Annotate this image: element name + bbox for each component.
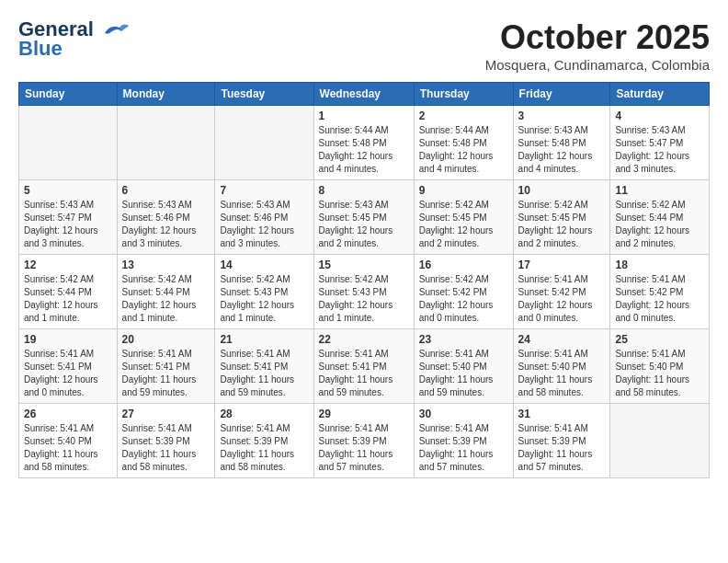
daylight: Daylight: 11 hours and 58 minutes. [122,449,197,472]
day-number: 3 [518,109,606,122]
calendar-cell: 30 Sunrise: 5:41 AM Sunset: 5:39 PM Dayl… [414,404,513,478]
calendar-cell: 29 Sunrise: 5:41 AM Sunset: 5:39 PM Dayl… [313,404,414,478]
day-info: Sunrise: 5:41 AM Sunset: 5:41 PM Dayligh… [122,348,210,399]
day-info: Sunrise: 5:42 AM Sunset: 5:42 PM Dayligh… [419,273,508,325]
sunrise: Sunrise: 5:42 AM [419,200,489,210]
sunset: Sunset: 5:44 PM [122,287,190,297]
day-info: Sunrise: 5:42 AM Sunset: 5:44 PM Dayligh… [122,273,210,325]
sunset: Sunset: 5:39 PM [518,436,586,446]
sunrise: Sunrise: 5:41 AM [319,349,389,359]
day-info: Sunrise: 5:41 AM Sunset: 5:39 PM Dayligh… [220,422,308,474]
logo-bird-icon [101,20,131,40]
day-info: Sunrise: 5:43 AM Sunset: 5:47 PM Dayligh… [615,124,704,176]
sunrise: Sunrise: 5:41 AM [615,349,685,359]
day-number: 22 [319,333,409,346]
calendar-cell: 14 Sunrise: 5:42 AM Sunset: 5:43 PM Dayl… [215,255,313,329]
calendar-week-3: 12 Sunrise: 5:42 AM Sunset: 5:44 PM Dayl… [19,255,710,329]
daylight: Daylight: 12 hours and 3 minutes. [24,225,98,248]
calendar-cell: 4 Sunrise: 5:43 AM Sunset: 5:47 PM Dayli… [610,106,710,180]
calendar-cell: 3 Sunrise: 5:43 AM Sunset: 5:48 PM Dayli… [513,106,610,180]
calendar-cell: 27 Sunrise: 5:41 AM Sunset: 5:39 PM Dayl… [117,404,215,478]
day-number: 13 [122,259,210,271]
day-number: 11 [615,184,704,197]
day-info: Sunrise: 5:41 AM Sunset: 5:39 PM Dayligh… [319,422,409,474]
sunset: Sunset: 5:45 PM [319,213,387,223]
sunset: Sunset: 5:41 PM [24,362,92,372]
sunrise: Sunrise: 5:43 AM [615,125,685,135]
sunset: Sunset: 5:40 PM [615,362,683,372]
day-number: 5 [24,184,112,197]
day-info: Sunrise: 5:41 AM Sunset: 5:42 PM Dayligh… [518,273,606,325]
day-info: Sunrise: 5:43 AM Sunset: 5:48 PM Dayligh… [518,124,606,176]
sunrise: Sunrise: 5:42 AM [122,274,192,284]
sunset: Sunset: 5:46 PM [220,213,288,223]
daylight: Daylight: 12 hours and 1 minute. [319,300,393,323]
day-number: 6 [122,184,210,197]
sunrise: Sunrise: 5:42 AM [518,200,588,210]
sunrise: Sunrise: 5:41 AM [122,349,192,359]
sunrise: Sunrise: 5:41 AM [220,349,290,359]
day-info: Sunrise: 5:42 AM Sunset: 5:43 PM Dayligh… [319,273,409,325]
daylight: Daylight: 12 hours and 3 minutes. [122,225,197,248]
day-number: 14 [220,259,308,271]
daylight: Daylight: 12 hours and 4 minutes. [319,151,393,174]
calendar-cell: 15 Sunrise: 5:42 AM Sunset: 5:43 PM Dayl… [313,255,414,329]
day-number: 24 [518,333,606,346]
calendar-week-1: 1 Sunrise: 5:44 AM Sunset: 5:48 PM Dayli… [19,106,710,180]
sunset: Sunset: 5:43 PM [220,287,288,297]
location: Mosquera, Cundinamarca, Colombia [485,57,710,73]
day-info: Sunrise: 5:43 AM Sunset: 5:46 PM Dayligh… [122,199,210,250]
calendar-cell: 1 Sunrise: 5:44 AM Sunset: 5:48 PM Dayli… [313,106,414,180]
day-info: Sunrise: 5:43 AM Sunset: 5:46 PM Dayligh… [220,199,308,250]
calendar-week-5: 26 Sunrise: 5:41 AM Sunset: 5:40 PM Dayl… [19,404,710,478]
day-number: 2 [419,109,508,122]
day-info: Sunrise: 5:41 AM Sunset: 5:40 PM Dayligh… [24,422,112,474]
sunrise: Sunrise: 5:42 AM [220,274,290,284]
month-title: October 2025 [485,18,710,57]
day-info: Sunrise: 5:42 AM Sunset: 5:44 PM Dayligh… [615,199,704,250]
sunset: Sunset: 5:48 PM [518,138,586,148]
day-info: Sunrise: 5:41 AM Sunset: 5:41 PM Dayligh… [24,348,112,399]
sunset: Sunset: 5:44 PM [615,213,683,223]
day-number: 18 [615,259,704,271]
day-number: 12 [24,259,112,271]
day-header-friday: Friday [513,83,610,106]
daylight: Daylight: 11 hours and 59 minutes. [419,374,494,397]
sunrise: Sunrise: 5:41 AM [220,423,290,433]
sunrise: Sunrise: 5:43 AM [518,125,588,135]
calendar-cell: 25 Sunrise: 5:41 AM Sunset: 5:40 PM Dayl… [610,329,710,404]
sunset: Sunset: 5:39 PM [220,436,288,446]
daylight: Daylight: 12 hours and 0 minutes. [518,300,593,323]
sunrise: Sunrise: 5:41 AM [615,274,685,284]
calendar-cell: 23 Sunrise: 5:41 AM Sunset: 5:40 PM Dayl… [414,329,513,404]
calendar-cell: 10 Sunrise: 5:42 AM Sunset: 5:45 PM Dayl… [513,180,610,255]
calendar-week-2: 5 Sunrise: 5:43 AM Sunset: 5:47 PM Dayli… [19,180,710,255]
day-info: Sunrise: 5:41 AM Sunset: 5:41 PM Dayligh… [319,348,409,399]
sunset: Sunset: 5:47 PM [24,213,92,223]
day-header-tuesday: Tuesday [215,83,313,106]
day-number: 15 [319,259,409,271]
daylight: Daylight: 12 hours and 1 minute. [220,300,294,323]
sunset: Sunset: 5:41 PM [319,362,387,372]
calendar-cell: 18 Sunrise: 5:41 AM Sunset: 5:42 PM Dayl… [610,255,710,329]
sunrise: Sunrise: 5:42 AM [319,274,389,284]
sunrise: Sunrise: 5:44 AM [419,125,489,135]
calendar-cell: 2 Sunrise: 5:44 AM Sunset: 5:48 PM Dayli… [414,106,513,180]
day-number: 29 [319,408,409,420]
day-number: 7 [220,184,308,197]
sunset: Sunset: 5:39 PM [319,436,387,446]
daylight: Daylight: 11 hours and 59 minutes. [220,374,294,397]
day-number: 21 [220,333,308,346]
day-info: Sunrise: 5:43 AM Sunset: 5:47 PM Dayligh… [24,199,112,250]
calendar-cell: 31 Sunrise: 5:41 AM Sunset: 5:39 PM Dayl… [513,404,610,478]
sunrise: Sunrise: 5:43 AM [319,200,389,210]
day-info: Sunrise: 5:42 AM Sunset: 5:44 PM Dayligh… [24,273,112,325]
day-info: Sunrise: 5:41 AM Sunset: 5:40 PM Dayligh… [518,348,606,399]
daylight: Daylight: 12 hours and 0 minutes. [24,374,98,397]
calendar-header-row: SundayMondayTuesdayWednesdayThursdayFrid… [19,83,710,106]
calendar-cell: 22 Sunrise: 5:41 AM Sunset: 5:41 PM Dayl… [313,329,414,404]
calendar-cell: 17 Sunrise: 5:41 AM Sunset: 5:42 PM Dayl… [513,255,610,329]
daylight: Daylight: 11 hours and 58 minutes. [24,449,98,472]
day-info: Sunrise: 5:41 AM Sunset: 5:40 PM Dayligh… [419,348,508,399]
day-number: 10 [518,184,606,197]
